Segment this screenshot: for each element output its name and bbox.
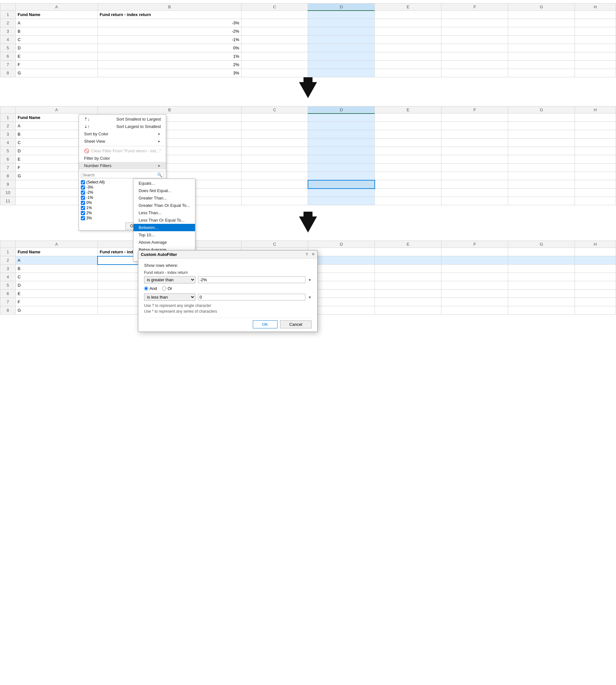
col-header-b[interactable]: B	[97, 3, 241, 10]
s2-cell-g7	[508, 163, 575, 172]
submenu-less-equal[interactable]: Less Than Or Equal To...	[133, 216, 195, 224]
checkbox-neg2[interactable]	[81, 190, 85, 195]
col2-header-e[interactable]: E	[375, 107, 441, 114]
col-header-a[interactable]: A	[16, 3, 97, 10]
menu-number-filters[interactable]: Number Filters ►	[79, 162, 166, 169]
s2-cell-d1	[308, 114, 375, 122]
checkbox-select-all[interactable]	[81, 180, 85, 184]
checkbox-neg1[interactable]	[81, 196, 85, 200]
submenu-equals[interactable]: Equals...	[133, 180, 195, 187]
cell-e7	[375, 61, 441, 69]
dialog-ok-button[interactable]: OK	[253, 320, 278, 328]
s2-cell-e4	[375, 139, 441, 147]
col2-header-d[interactable]: D	[308, 107, 375, 114]
checkbox-2[interactable]	[81, 211, 85, 215]
s2-cell-h6	[575, 155, 616, 163]
down-arrow-icon-1	[299, 82, 317, 98]
s3-cell-g3	[508, 265, 575, 273]
cell-e8	[375, 69, 441, 77]
col-header-d[interactable]: D	[308, 3, 375, 10]
s3-cell-f7	[441, 298, 508, 306]
col2-header-a[interactable]: A	[16, 107, 97, 114]
menu-sort-color[interactable]: Sort by Color ►	[79, 130, 166, 138]
s2-cell-e9	[375, 180, 441, 188]
submenu-greater-than[interactable]: Greater Than...	[133, 195, 195, 202]
condition2-value-input[interactable]	[198, 294, 305, 300]
row3-header-8: 8	[0, 306, 16, 315]
cell-c5	[241, 44, 308, 52]
cell-f6	[441, 52, 508, 61]
s3-cell-d8	[308, 306, 375, 315]
radio-and-input[interactable]	[144, 287, 148, 291]
cell-b4: -1%	[97, 36, 241, 44]
col3-header-g[interactable]: G	[508, 241, 575, 248]
checkbox-neg3[interactable]	[81, 185, 85, 189]
checkbox-0[interactable]	[81, 201, 85, 205]
s3-cell-a3: B	[16, 265, 97, 273]
col3-header-c[interactable]: C	[241, 241, 308, 248]
dialog-cancel-button[interactable]: Cancel	[280, 320, 311, 328]
s3-cell-h8	[575, 306, 616, 315]
radio-or-input[interactable]	[162, 287, 166, 291]
submenu-not-equal[interactable]: Does Not Equal...	[133, 187, 195, 195]
submenu-greater-equal[interactable]: Greater Than Or Equal To...	[133, 202, 195, 209]
col2-header-f[interactable]: F	[441, 107, 508, 114]
cell-f5	[441, 44, 508, 52]
col-header-f[interactable]: F	[441, 3, 508, 10]
col3-header-d[interactable]: D	[308, 241, 375, 248]
row-header-8: 8	[0, 69, 16, 77]
s3-cell-f8	[441, 306, 508, 315]
condition2-operator-select[interactable]: is less than is greater than equals does…	[144, 293, 195, 301]
submenu-less-than[interactable]: Less Than...	[133, 209, 195, 216]
condition1-value-input[interactable]	[198, 276, 305, 283]
number-filters-label: Number Filters	[84, 163, 157, 168]
col2-header-b[interactable]: B	[97, 107, 241, 114]
col-header-c[interactable]: C	[241, 3, 308, 10]
dialog-close-btn[interactable]: ×	[312, 252, 315, 257]
s2-cell-f9	[441, 180, 508, 188]
condition2-dropdown-arrow: ▼	[308, 295, 311, 299]
col3-header-h[interactable]: H	[575, 241, 616, 248]
row2-header-2: 2	[0, 122, 16, 130]
col-header-h[interactable]: H	[575, 3, 616, 10]
row2-header-9: 9	[0, 180, 16, 188]
col2-header-c[interactable]: C	[241, 107, 308, 114]
filter-search-box[interactable]: 🔍	[81, 172, 164, 178]
header-fund-name: Fund Name	[16, 10, 97, 19]
dialog-titlebar: Custom AutoFilter ? ×	[138, 250, 317, 258]
dialog-help-btn[interactable]: ?	[305, 252, 308, 257]
search-input[interactable]	[83, 173, 157, 177]
s3-cell-e8	[375, 306, 441, 315]
cell-a7: F	[16, 61, 97, 69]
down-arrow-icon-2	[299, 216, 317, 232]
col-header-g[interactable]: G	[508, 3, 575, 10]
menu-sort-desc[interactable]: ⇣↑ Sort Largest to Smallest	[79, 123, 166, 130]
col2-header-h[interactable]: H	[575, 107, 616, 114]
cell-a8: G	[16, 69, 97, 77]
radio-and[interactable]: And	[144, 286, 157, 291]
menu-sort-asc[interactable]: ⇡↓ Sort Smallest to Largest	[79, 115, 166, 123]
s2-cell-h9	[575, 180, 616, 188]
sheet-view-arrow-icon: ►	[157, 139, 161, 143]
col-header-e[interactable]: E	[375, 3, 441, 10]
checkbox-3[interactable]	[81, 216, 85, 220]
col3-header-a[interactable]: A	[16, 241, 97, 248]
menu-sheet-view[interactable]: Sheet View ►	[79, 138, 166, 145]
submenu-between[interactable]: Between...	[133, 224, 195, 231]
s3-header-fund-name: Fund Name	[16, 248, 97, 256]
sort-color-label: Sort by Color	[84, 132, 157, 136]
menu-clear-filter[interactable]: 🚫 Clear Filter From "Fund return - ind..…	[79, 147, 166, 155]
cell-g6	[508, 52, 575, 61]
checkbox-neg3-label: -3%	[86, 185, 93, 189]
checkbox-1[interactable]	[81, 206, 85, 210]
col3-header-e[interactable]: E	[375, 241, 441, 248]
submenu-top10[interactable]: Top 10...	[133, 231, 195, 238]
cell-d4	[308, 36, 375, 44]
col2-header-g[interactable]: G	[508, 107, 575, 114]
col3-header-f[interactable]: F	[441, 241, 508, 248]
submenu-above-avg[interactable]: Above Average	[133, 238, 195, 246]
s2-cell-d9-selected	[308, 180, 375, 188]
radio-or[interactable]: Or	[162, 286, 172, 291]
condition1-operator-select[interactable]: is greater than is less than equals does…	[144, 276, 195, 283]
menu-filter-color[interactable]: Filter by Color	[79, 155, 166, 162]
